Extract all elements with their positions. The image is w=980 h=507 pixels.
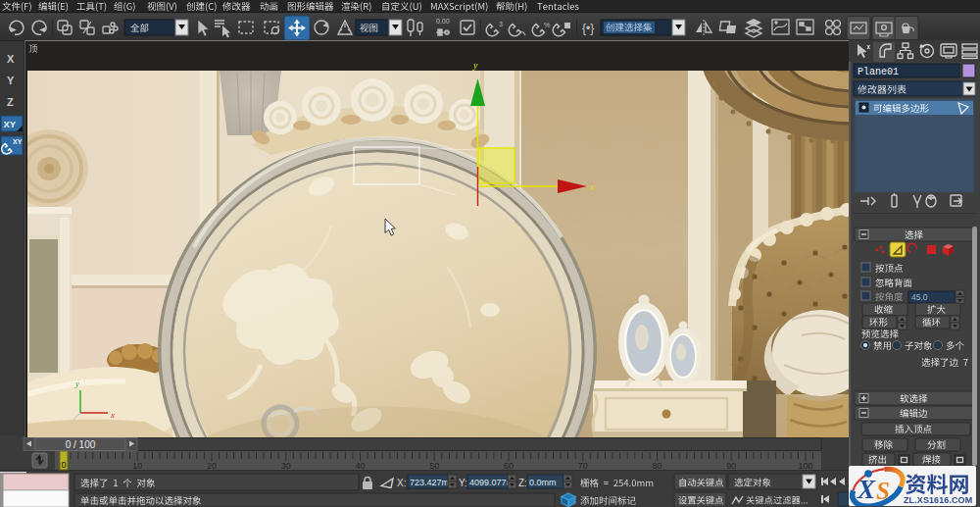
svg-text:0 / 100: 0 / 100 xyxy=(66,439,96,450)
svg-text:45.0: 45.0 xyxy=(911,292,928,302)
svg-text:60: 60 xyxy=(504,461,514,471)
svg-text:y: y xyxy=(472,60,478,71)
svg-text:ZL.XS1616.COM: ZL.XS1616.COM xyxy=(904,495,972,505)
svg-text:%: % xyxy=(544,22,550,28)
svg-text:Y: Y xyxy=(7,75,15,86)
svg-text:0.00: 0.00 xyxy=(436,18,450,25)
svg-text:X: X xyxy=(7,53,15,65)
svg-text:40: 40 xyxy=(355,461,365,471)
svg-text:z: z xyxy=(67,420,72,429)
svg-text:y: y xyxy=(74,379,79,388)
svg-text:0.0mm: 0.0mm xyxy=(529,478,557,487)
svg-text:Plane01: Plane01 xyxy=(858,67,899,77)
svg-text:{•}: {•} xyxy=(582,22,594,35)
svg-text:S: S xyxy=(876,478,890,504)
svg-text:4099.077m: 4099.077m xyxy=(469,478,514,487)
svg-text:50: 50 xyxy=(429,461,439,471)
svg-text:10: 10 xyxy=(132,461,142,471)
svg-text:100: 100 xyxy=(798,461,812,471)
svg-text:X:: X: xyxy=(397,478,406,488)
svg-text:90: 90 xyxy=(726,461,736,471)
svg-text:XY: XY xyxy=(13,138,23,145)
svg-text:x: x xyxy=(110,410,115,420)
svg-text:80: 80 xyxy=(652,461,662,471)
svg-text:0: 0 xyxy=(61,460,66,470)
svg-text:X: X xyxy=(857,475,876,504)
svg-text:x: x xyxy=(589,181,595,192)
svg-text:3: 3 xyxy=(499,21,503,27)
svg-text:30: 30 xyxy=(281,461,291,471)
svg-text:20: 20 xyxy=(207,461,217,471)
svg-text:Y:: Y: xyxy=(459,478,467,488)
svg-text:Z: Z xyxy=(7,96,14,108)
svg-text:70: 70 xyxy=(578,461,588,471)
svg-text:Z:: Z: xyxy=(518,478,527,488)
svg-text:XY: XY xyxy=(4,119,17,129)
